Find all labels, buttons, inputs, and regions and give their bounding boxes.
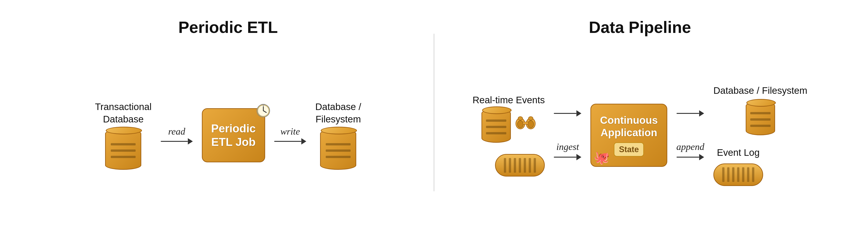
output-log-label: Event Log bbox=[717, 147, 760, 159]
arrow-head bbox=[699, 110, 704, 117]
binoculars-icon bbox=[515, 113, 536, 132]
read-label: read bbox=[168, 126, 185, 137]
log-input-cylinder bbox=[495, 154, 545, 177]
periodic-etl-panel: Periodic ETL TransactionalDatabase bbox=[23, 9, 434, 216]
state-box: State bbox=[614, 143, 644, 156]
log-line bbox=[504, 158, 506, 173]
log-lines-2 bbox=[718, 164, 759, 185]
ingest-label: ingest bbox=[556, 141, 579, 152]
output-db-right-cylinder bbox=[746, 102, 775, 135]
cylinder-line bbox=[111, 149, 135, 152]
transactional-db-label: TransactionalDatabase bbox=[95, 101, 152, 125]
main-container: Periodic ETL TransactionalDatabase bbox=[0, 0, 868, 225]
creature-icon: 🐙 bbox=[594, 151, 610, 164]
cylinder-line bbox=[750, 118, 771, 121]
etl-box-wrapper: Periodic ETL Job bbox=[202, 108, 265, 162]
etl-job-box: Periodic ETL Job bbox=[202, 108, 265, 162]
continuous-app-box: Continuous Application 🐙 State bbox=[590, 104, 667, 167]
log-line bbox=[529, 158, 531, 173]
svg-point-9 bbox=[528, 121, 534, 128]
append-label: append bbox=[676, 141, 704, 152]
cylinder-lines-4 bbox=[750, 112, 771, 127]
cylinder-line bbox=[486, 126, 506, 128]
periodic-etl-title: Periodic ETL bbox=[178, 18, 278, 37]
state-label: State bbox=[619, 145, 639, 154]
cylinder-line bbox=[750, 125, 771, 127]
db-output-group: Database / Filesystem bbox=[713, 84, 807, 135]
append-arrows: append bbox=[676, 110, 704, 160]
etl-diagram-row: TransactionalDatabase read bbox=[95, 101, 361, 170]
top-ingest-arrow bbox=[554, 110, 581, 117]
data-pipeline-title: Data Pipeline bbox=[589, 18, 691, 37]
app-title-line2: Application bbox=[600, 127, 657, 139]
etl-box-text: Periodic ETL Job bbox=[211, 122, 256, 149]
bottom-ingest-arrow bbox=[554, 154, 581, 160]
svg-point-12 bbox=[528, 117, 533, 120]
app-box-wrapper: Continuous Application 🐙 State bbox=[590, 104, 667, 167]
svg-point-8 bbox=[518, 121, 523, 128]
log-line bbox=[742, 167, 744, 182]
log-line bbox=[752, 167, 754, 182]
events-cylinder bbox=[482, 109, 511, 143]
log-lines-1 bbox=[499, 155, 540, 176]
cylinder-line bbox=[326, 149, 350, 152]
write-arrow bbox=[274, 138, 306, 145]
app-title-line1: Continuous bbox=[600, 114, 658, 126]
read-arrow-line bbox=[161, 141, 188, 142]
arrow-line bbox=[554, 157, 577, 158]
log-input-group bbox=[495, 154, 545, 177]
cylinder-line bbox=[750, 112, 771, 114]
log-output-cylinder bbox=[713, 163, 763, 186]
read-arrow-container: read bbox=[161, 126, 193, 145]
pipeline-diagram-row: Real-time Events bbox=[473, 84, 807, 186]
clock-icon bbox=[255, 102, 271, 118]
arrow-line bbox=[677, 157, 699, 158]
write-arrow-head bbox=[301, 138, 306, 145]
cylinder-line bbox=[111, 156, 135, 158]
arrow-head bbox=[699, 154, 704, 160]
cylinder-lines-1 bbox=[111, 143, 135, 158]
transactional-db: TransactionalDatabase bbox=[95, 101, 152, 170]
arrow-line bbox=[554, 113, 577, 114]
arrow-head bbox=[577, 154, 581, 160]
arrow-head bbox=[577, 110, 581, 117]
cylinder-lines-2 bbox=[326, 143, 350, 158]
output-db-right-label: Database / Filesystem bbox=[713, 84, 807, 97]
log-line bbox=[514, 158, 516, 173]
top-append-arrow bbox=[677, 110, 704, 117]
cylinder-lines-3 bbox=[486, 119, 506, 135]
cylinder-line bbox=[326, 156, 350, 158]
append-label-arrow: append bbox=[676, 141, 704, 160]
arrow-line bbox=[677, 113, 699, 114]
ingest-label-arrow: ingest bbox=[554, 141, 581, 160]
ingest-arrows: ingest bbox=[554, 110, 581, 160]
read-arrow-head bbox=[188, 138, 193, 145]
events-label: Real-time Events bbox=[473, 94, 545, 106]
data-pipeline-panel: Data Pipeline Real-time Events bbox=[434, 9, 845, 216]
etl-line1: Periodic bbox=[211, 122, 256, 135]
write-arrow-line bbox=[274, 141, 301, 142]
log-line bbox=[524, 158, 526, 173]
log-line bbox=[732, 167, 735, 182]
write-arrow-container: write bbox=[274, 126, 306, 145]
bottom-append-arrow bbox=[677, 154, 704, 160]
svg-rect-10 bbox=[523, 122, 528, 124]
read-arrow bbox=[161, 138, 193, 145]
cylinder-line bbox=[111, 143, 135, 145]
output-db-left: Database /Filesystem bbox=[315, 101, 361, 170]
events-group: Real-time Events bbox=[473, 94, 545, 143]
binoculars-row bbox=[482, 109, 536, 143]
pipeline-outputs: Database / Filesystem Event Log bbox=[713, 84, 807, 186]
log-line bbox=[727, 167, 730, 182]
cylinder-line bbox=[486, 119, 506, 122]
pipeline-inputs: Real-time Events bbox=[473, 94, 545, 177]
svg-point-11 bbox=[518, 117, 523, 120]
cylinder-line bbox=[326, 143, 350, 145]
etl-line2: ETL Job bbox=[211, 136, 256, 148]
log-line bbox=[519, 158, 521, 173]
log-line bbox=[509, 158, 511, 173]
log-line bbox=[747, 167, 749, 182]
output-db-left-cylinder bbox=[320, 129, 356, 170]
transactional-db-cylinder bbox=[105, 129, 141, 170]
output-db-left-label: Database /Filesystem bbox=[315, 101, 361, 125]
